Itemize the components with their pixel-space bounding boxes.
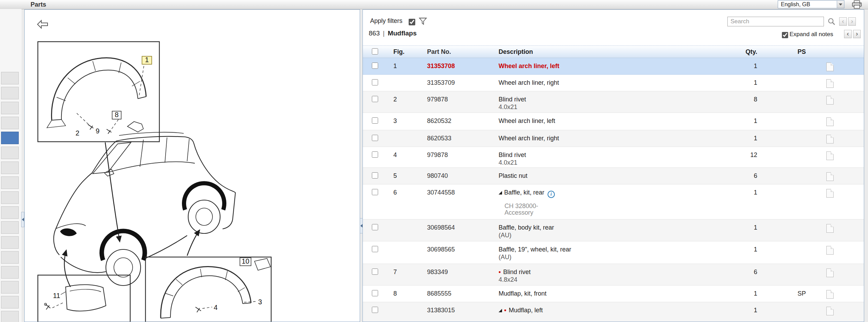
note-icon[interactable] <box>826 79 834 88</box>
parts-diagram: 1 8 2 9 <box>25 10 360 322</box>
table-row[interactable]: 7 983349 Blind rivet 4.8x24 6 <box>363 264 864 286</box>
row-checkbox[interactable] <box>372 307 378 313</box>
expand-all-notes-label: Expand all notes <box>790 31 833 38</box>
thumbnail-item-selected[interactable] <box>1 132 19 144</box>
note-text: CH 328000- <box>499 203 710 209</box>
description-cell: Baffle, 19", wheel, kit, rear (AU) <box>499 246 710 261</box>
note-icon[interactable] <box>826 63 834 71</box>
part-number[interactable]: 983349 <box>427 269 499 276</box>
ps-cell: SP <box>761 290 818 297</box>
table-row[interactable]: 8 8685555 Mudflap, kit, front 1 SP <box>363 286 864 302</box>
row-checkbox[interactable] <box>372 96 378 102</box>
part-number[interactable]: 30698565 <box>427 246 499 253</box>
part-number[interactable]: 31353708 <box>427 63 499 70</box>
select-all-checkbox[interactable] <box>372 48 378 55</box>
row-checkbox[interactable] <box>372 189 378 195</box>
row-checkbox[interactable] <box>372 117 378 124</box>
bullet-icon <box>499 269 503 275</box>
search-prev-icon[interactable]: ‹ <box>839 17 847 26</box>
thumbnail-item[interactable] <box>1 162 19 174</box>
callout-9: 9 <box>95 127 99 135</box>
callout-4: 4 <box>214 304 217 311</box>
table-row[interactable]: 1 31353708 Wheel arch liner, left 1 <box>363 58 864 75</box>
table-row[interactable]: 5 980740 Plastic nut 6 <box>363 168 864 184</box>
row-checkbox[interactable] <box>372 135 378 141</box>
note-icon[interactable] <box>826 189 834 198</box>
thumbnail-item[interactable] <box>1 251 19 264</box>
note-text: Accessory <box>499 209 710 216</box>
thumbnail-item[interactable] <box>1 102 19 114</box>
table-row[interactable]: 30698565 Baffle, 19", wheel, kit, rear (… <box>363 241 864 264</box>
thumbnail-item[interactable] <box>1 117 19 129</box>
table-row[interactable]: 8620533 Wheel arch liner, right 1 <box>363 130 864 147</box>
thumbnail-item[interactable] <box>1 311 19 322</box>
part-number[interactable]: 980740 <box>427 172 499 180</box>
thumbnail-item[interactable] <box>1 176 19 189</box>
thumbnail-item[interactable] <box>1 296 19 308</box>
collapse-left-handle[interactable] <box>21 212 24 227</box>
qty-cell: 1 <box>710 224 761 231</box>
part-number[interactable]: 30698564 <box>427 224 499 231</box>
expand-all-notes-checkbox[interactable] <box>782 32 788 38</box>
note-icon[interactable] <box>826 172 834 181</box>
table-row[interactable]: 31353709 Wheel arch liner, right 1 <box>363 75 864 91</box>
search-input[interactable] <box>727 17 824 26</box>
thumbnail-item[interactable] <box>1 191 19 204</box>
printer-icon[interactable] <box>851 0 863 9</box>
part-number[interactable]: 30744558 <box>427 189 499 196</box>
row-checkbox[interactable] <box>372 269 378 275</box>
part-number[interactable]: 31353709 <box>427 79 499 86</box>
note-icon[interactable] <box>826 117 834 126</box>
notes-next-icon[interactable]: › <box>853 30 861 38</box>
thumbnail-item[interactable] <box>1 72 19 84</box>
table-row[interactable]: 3 8620532 Wheel arch liner, left 1 <box>363 113 864 130</box>
part-number[interactable]: 8620533 <box>427 135 499 142</box>
table-row[interactable]: 30698564 Baffle, body kit, rear (AU) 1 <box>363 220 864 241</box>
note-icon[interactable] <box>826 96 834 105</box>
thumbnail-item[interactable] <box>1 281 19 294</box>
row-checkbox[interactable] <box>372 79 378 85</box>
table-row[interactable]: 6 30744558 Baffle, kit, rear CH 328000- … <box>363 184 864 220</box>
table-row[interactable]: 2 979878 Blind rivet 4.0x21 8 <box>363 91 864 113</box>
notes-prev-icon[interactable]: ‹ <box>844 30 852 38</box>
table-row[interactable]: 4 979878 Blind rivet 4.0x21 12 <box>363 147 864 168</box>
info-icon[interactable] <box>548 191 555 198</box>
part-number[interactable]: 979878 <box>427 96 499 103</box>
search-icon[interactable] <box>827 17 836 27</box>
row-checkbox[interactable] <box>372 151 378 158</box>
row-checkbox[interactable] <box>372 224 378 230</box>
parts-list-panel: Apply filters ‹ › 863|Mudflaps Expand al… <box>362 9 864 322</box>
language-select[interactable]: English, GB <box>778 0 844 8</box>
row-checkbox[interactable] <box>372 63 378 69</box>
note-icon[interactable] <box>826 307 834 315</box>
description-cell: Wheel arch liner, right <box>499 135 710 142</box>
part-number[interactable]: 8620532 <box>427 117 499 125</box>
note-icon[interactable] <box>826 246 834 255</box>
thumbnail-item[interactable] <box>1 206 19 219</box>
thumbnail-item[interactable] <box>1 87 19 99</box>
filter-icon[interactable] <box>418 17 427 27</box>
group-name: Mudflaps <box>388 30 417 37</box>
part-number[interactable]: 979878 <box>427 151 499 159</box>
part-number[interactable]: 8685555 <box>427 290 499 297</box>
qty-cell: 1 <box>710 135 761 142</box>
thumbnail-item[interactable] <box>1 221 19 234</box>
thumbnail-item[interactable] <box>1 236 19 249</box>
search-next-icon[interactable]: › <box>848 17 856 26</box>
table-body: 1 31353708 Wheel arch liner, left 1 3135… <box>363 58 864 322</box>
page-title: Parts <box>31 1 46 8</box>
note-icon[interactable] <box>826 135 834 143</box>
row-checkbox[interactable] <box>372 246 378 252</box>
apply-filters-checkbox[interactable] <box>409 19 415 25</box>
table-row[interactable]: 31383015 Mudflap, left 1 <box>363 302 864 322</box>
note-icon[interactable] <box>826 269 834 277</box>
thumbnail-item[interactable] <box>1 266 19 279</box>
row-checkbox[interactable] <box>372 172 378 179</box>
note-icon[interactable] <box>826 151 834 160</box>
thumbnail-item[interactable] <box>1 147 19 159</box>
note-icon[interactable] <box>826 224 834 233</box>
row-checkbox[interactable] <box>372 290 378 296</box>
note-icon[interactable] <box>826 290 834 299</box>
col-fig: Fig. <box>387 48 427 58</box>
part-number[interactable]: 31383015 <box>427 307 499 314</box>
